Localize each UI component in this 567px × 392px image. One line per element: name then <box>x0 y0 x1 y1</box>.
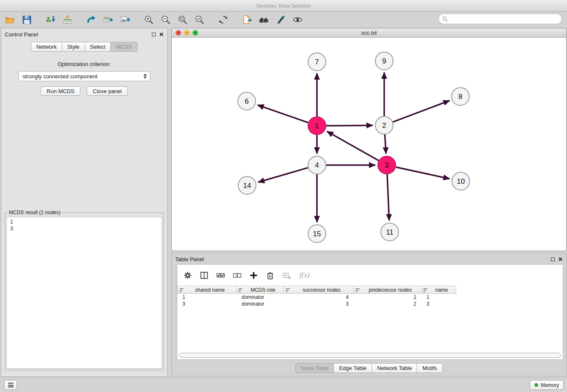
edge-3-10[interactable] <box>396 167 450 179</box>
close-window-icon[interactable]: × <box>176 30 181 36</box>
columns-icon <box>200 271 209 280</box>
edge-2-8[interactable] <box>393 101 450 122</box>
column-header-mcds-role[interactable]: MCDS role <box>237 286 284 294</box>
tab-motifs[interactable]: Motifs <box>417 363 443 373</box>
save-session-button[interactable] <box>20 13 33 26</box>
export-image-icon <box>120 14 130 25</box>
tab-mcds[interactable]: MCDS <box>110 42 138 52</box>
control-panel-tabs: NetworkStyleSelectMCDS <box>1 42 167 52</box>
clone-network-button[interactable] <box>240 13 253 26</box>
close-panel-icon[interactable]: ✕ <box>159 32 164 37</box>
zoom-fit-button[interactable] <box>176 13 189 26</box>
column-menu-icon[interactable] <box>423 288 427 292</box>
table-panel-body: f(x) shared nameMCDS rolesuccessor nodes… <box>177 264 563 360</box>
mcds-buttons-row: Run MCDS Close panel <box>1 86 167 96</box>
delete-table-button[interactable] <box>281 270 292 280</box>
graphics-details-button[interactable] <box>274 13 287 26</box>
optimization-dropdown[interactable]: strongly connected component <box>18 71 150 81</box>
export-network-button[interactable] <box>85 13 97 26</box>
column-header-label: MCDS role <box>244 287 282 293</box>
column-header-label: successor nodes <box>292 287 352 293</box>
memory-label: Memory <box>541 382 559 388</box>
mcds-result-line: 3 <box>10 225 158 232</box>
unselect-all-columns-button[interactable] <box>232 270 242 280</box>
zoom-selected-button[interactable] <box>193 13 206 26</box>
tab-node-table[interactable]: Node Table <box>295 363 334 373</box>
close-mcds-panel-button[interactable]: Close panel <box>87 86 128 96</box>
column-header-label: predecessor nodes <box>361 287 419 293</box>
table-hscrollbar[interactable] <box>179 353 561 358</box>
maximize-window-icon[interactable]: + <box>193 30 198 36</box>
memory-button[interactable]: Memory <box>530 380 564 390</box>
show-columns-button[interactable] <box>199 270 209 280</box>
delete-button[interactable] <box>265 270 275 280</box>
column-menu-icon[interactable] <box>286 288 290 292</box>
column-header-predecessor-nodes[interactable]: predecessor nodes <box>354 286 421 294</box>
refresh-view-button[interactable] <box>217 13 229 26</box>
eye-visibility-button[interactable] <box>291 13 304 26</box>
cell-shared-name: 3 <box>177 301 237 307</box>
task-history-button[interactable] <box>4 380 17 390</box>
trash-icon <box>266 271 275 280</box>
import-table-button[interactable] <box>61 13 74 26</box>
function-builder-button[interactable]: f(x) <box>300 271 310 279</box>
column-header-label: shared name <box>185 287 234 293</box>
tab-network[interactable]: Network <box>31 42 62 52</box>
column-menu-icon[interactable] <box>355 288 360 292</box>
float-table-panel-icon[interactable] <box>551 257 555 261</box>
select-all-columns-button[interactable] <box>215 270 226 280</box>
zoom-in-icon <box>143 14 154 25</box>
edge-3-1[interactable] <box>327 131 379 160</box>
menu-icon <box>8 383 14 387</box>
table-row[interactable]: 1dominator411 <box>177 294 563 301</box>
open-session-button[interactable] <box>3 13 16 26</box>
table-row[interactable]: 3dominator323 <box>177 301 563 307</box>
close-table-panel-icon[interactable]: ✕ <box>558 257 563 262</box>
node-label-3: 3 <box>385 161 388 169</box>
cell-mcds-role: dominator <box>237 294 284 300</box>
import-network-icon <box>45 14 56 25</box>
column-header-successor-nodes[interactable]: successor nodes <box>284 286 354 294</box>
export-image-button[interactable] <box>118 13 131 26</box>
column-menu-icon[interactable] <box>238 288 242 292</box>
hscrollbar-thumb[interactable] <box>179 353 561 358</box>
table-settings-button[interactable] <box>182 270 193 280</box>
application-window: Session: New Session <box>0 0 567 392</box>
column-header-name[interactable]: name <box>421 286 456 294</box>
column-header-shared-name[interactable]: shared name <box>177 286 237 294</box>
import-network-button[interactable] <box>44 13 57 26</box>
run-mcds-button[interactable]: Run MCDS <box>41 86 80 96</box>
edge-4-14[interactable] <box>258 168 308 182</box>
node-label-2: 2 <box>382 121 386 130</box>
edge-3-11[interactable] <box>387 174 389 221</box>
minimize-window-icon[interactable]: − <box>184 30 190 36</box>
table-toolbar: f(x) <box>177 265 563 286</box>
network-canvas[interactable]: 7968124314101511 <box>172 38 566 251</box>
column-menu-icon[interactable] <box>179 288 184 292</box>
export-table-button[interactable] <box>102 13 114 26</box>
table-tabs: Node TableEdge TableNetwork TableMotifs <box>172 363 566 373</box>
network-window-titlebar[interactable]: × − + scc.txt <box>172 28 566 38</box>
tab-style[interactable]: Style <box>62 42 85 52</box>
search-input[interactable] <box>448 15 561 23</box>
cell-predecessor-nodes: 1 <box>354 294 421 300</box>
tab-select[interactable]: Select <box>85 42 111 52</box>
network-graph[interactable]: 7968124314101511 <box>172 38 566 251</box>
refresh-icon <box>218 14 228 25</box>
zoom-fit-icon <box>177 14 188 25</box>
zoom-in-button[interactable] <box>142 13 155 26</box>
table-panel: Table Panel ✕ <box>171 253 567 376</box>
tab-network-table[interactable]: Network Table <box>372 363 417 373</box>
add-button[interactable] <box>248 270 259 280</box>
edge-1-2[interactable] <box>326 125 373 126</box>
dropdown-stepper-icon <box>141 72 149 81</box>
float-panel-icon[interactable] <box>152 33 156 36</box>
tab-edge-table[interactable]: Edge Table <box>333 363 372 373</box>
edge-1-6[interactable] <box>258 105 308 123</box>
window-titlebar[interactable]: Session: New Session <box>0 0 567 12</box>
home-views-button[interactable] <box>257 13 270 26</box>
search-box[interactable] <box>438 14 562 24</box>
zoom-out-button[interactable] <box>159 13 172 26</box>
node-label-11: 11 <box>386 228 394 236</box>
edge-2-3[interactable] <box>385 135 386 154</box>
